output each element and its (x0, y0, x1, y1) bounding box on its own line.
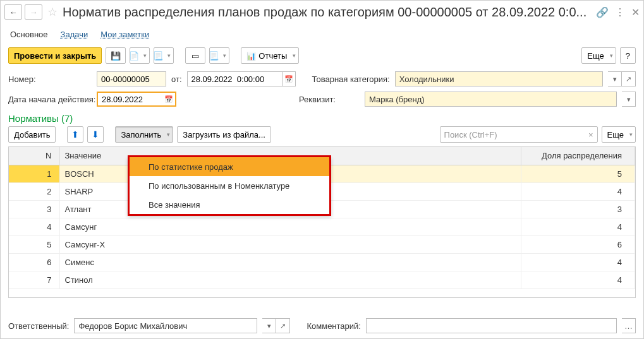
requisite-select[interactable]: Марка (бренд) (365, 92, 617, 107)
cell-n: 1 (9, 165, 59, 182)
cell-n: 5 (9, 235, 59, 253)
calendar-icon-2 (164, 95, 173, 104)
cell-value: Самсунг (59, 218, 521, 235)
menu-item-all-values[interactable]: Все значения (130, 195, 329, 214)
menu-item-by-sales-stats[interactable]: По статистике продаж (130, 157, 329, 176)
close-icon[interactable]: ✕ (631, 6, 640, 18)
help-button[interactable]: ? (620, 47, 636, 64)
from-label: от: (171, 74, 182, 84)
move-up-button[interactable]: ⬆ (67, 126, 83, 143)
col-header-n[interactable]: N (9, 147, 59, 165)
start-date-field[interactable] (97, 92, 162, 107)
nav-back-button[interactable]: ← (4, 4, 22, 20)
requisite-dropdown-button[interactable]: ▾ (622, 92, 636, 107)
add-row-button[interactable]: Добавить (8, 126, 56, 143)
load-from-file-button[interactable]: Загрузить из файла... (177, 126, 271, 143)
extra-split-button[interactable] (154, 47, 174, 64)
window-title: Норматив распределения планов продаж по … (63, 5, 593, 20)
cell-share: 4 (521, 271, 635, 288)
comment-label: Комментарий: (307, 321, 361, 331)
fill-button[interactable]: Заполнить (115, 126, 173, 143)
table-row[interactable]: 7Стинол4 (9, 271, 635, 288)
save-button[interactable] (106, 47, 126, 64)
tab-notes[interactable]: Мои заметки (100, 30, 149, 39)
table-row[interactable]: 5Самсунг-Х6 (9, 235, 635, 253)
start-date-label: Дата начала действия: (8, 95, 92, 104)
cell-value: Сименс (59, 253, 521, 271)
favorite-star-icon[interactable]: ☆ (47, 5, 58, 19)
date-calendar-button[interactable] (282, 71, 296, 86)
fill-dropdown-menu: По статистике продаж По использованным в… (128, 157, 331, 216)
main-toolbar: Провести и закрыть Отчеты Еще ? (1, 42, 643, 69)
more-button[interactable]: Еще (581, 47, 616, 64)
date-field[interactable] (187, 71, 282, 86)
doc3-icon (209, 51, 219, 61)
doc2-icon (153, 51, 163, 61)
dots-icon (624, 321, 633, 331)
movements-split-button[interactable] (209, 47, 229, 64)
start-date-calendar-button[interactable] (162, 92, 176, 107)
cell-share: 3 (521, 200, 635, 218)
open-icon-2 (280, 322, 286, 330)
cell-n: 7 (9, 271, 59, 288)
kebab-menu-icon[interactable]: ⋮ (615, 6, 625, 18)
save-icon (111, 51, 121, 61)
reports-icon (246, 51, 258, 61)
responsible-select[interactable]: Федоров Борис Михайлович (74, 318, 257, 333)
open-icon (626, 75, 631, 83)
section-title: Нормативы (7) (1, 109, 643, 125)
category-dropdown-button[interactable]: ▾ (608, 71, 622, 86)
cell-share: 6 (521, 235, 635, 253)
cell-share: 4 (521, 218, 635, 235)
cell-value: Самсунг-Х (59, 235, 521, 253)
post-and-close-button[interactable]: Провести и закрыть (8, 47, 102, 64)
responsible-dropdown-button[interactable]: ▾ (262, 318, 276, 333)
number-field[interactable] (97, 71, 166, 86)
post-split-button[interactable] (130, 47, 150, 64)
nav-tabs: Основное Задачи Мои заметки (1, 23, 643, 42)
table-row[interactable]: 4Самсунг4 (9, 218, 635, 235)
col-header-share[interactable]: Доля распределения (521, 147, 635, 165)
cell-n: 4 (9, 218, 59, 235)
cell-n: 6 (9, 253, 59, 271)
link-icon[interactable]: 🔗 (596, 6, 609, 18)
category-label: Товарная категория: (312, 74, 390, 84)
comment-field[interactable] (366, 318, 617, 333)
menu-item-by-used-in-nomenclature[interactable]: По использованным в Номенклатуре (130, 176, 329, 195)
category-open-button[interactable] (622, 71, 636, 86)
search-input[interactable]: Поиск (Ctrl+F) × (440, 126, 598, 143)
calendar-icon (284, 75, 293, 83)
number-label: Номер: (8, 74, 92, 84)
category-select[interactable]: Холодильники (395, 71, 603, 86)
cell-value: Стинол (59, 271, 521, 288)
nav-forward-button[interactable]: → (25, 4, 42, 20)
tab-tasks[interactable]: Задачи (61, 30, 88, 39)
cell-share: 5 (521, 165, 635, 182)
doc-icon (129, 51, 139, 61)
footer: Ответственный: Федоров Борис Михайлович … (1, 313, 643, 338)
cell-n: 2 (9, 182, 59, 200)
search-clear-button[interactable]: × (588, 130, 593, 140)
cell-share: 4 (521, 182, 635, 200)
grid-toolbar: Добавить ⬆ ⬇ Заполнить Загрузить из файл… (1, 125, 643, 146)
cell-share: 4 (521, 253, 635, 271)
responsible-open-button[interactable] (276, 318, 290, 333)
tab-main[interactable]: Основное (10, 30, 48, 39)
responsible-label: Ответственный: (8, 321, 69, 331)
cell-n: 3 (9, 200, 59, 218)
box-icon (191, 51, 199, 61)
reports-button[interactable]: Отчеты (241, 47, 299, 64)
table-row[interactable]: 6Сименс4 (9, 253, 635, 271)
grid-more-button[interactable]: Еще (602, 126, 636, 143)
structure-button[interactable] (185, 47, 205, 64)
comment-more-button[interactable] (622, 318, 636, 333)
requisite-label: Реквизит: (299, 95, 360, 104)
move-down-button[interactable]: ⬇ (87, 126, 104, 143)
